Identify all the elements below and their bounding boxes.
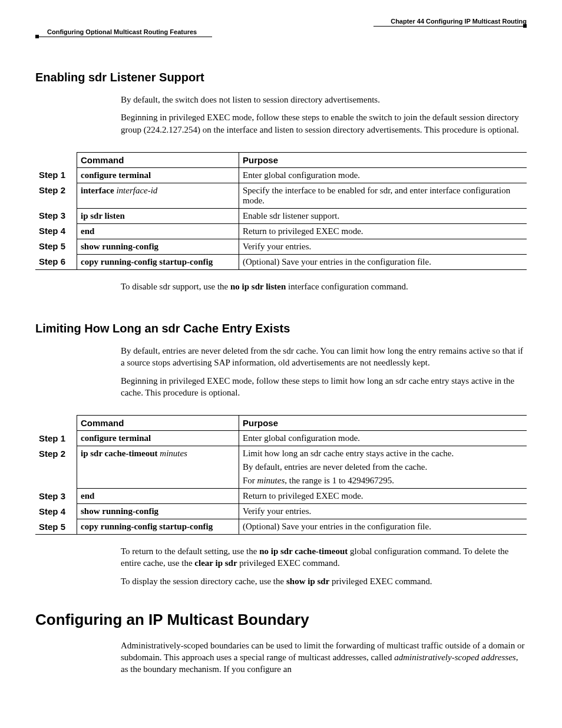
header-subsection: Configuring Optional Multicast Routing F… — [47, 28, 197, 35]
command-table-1: Command Purpose Step 1 configure termina… — [35, 152, 527, 270]
table-row: Step 5 show running-config Verify your e… — [35, 239, 527, 254]
step-label: Step 1 — [35, 167, 77, 183]
table-row: Step 2 ip sdr cache-timeout minutes Limi… — [35, 446, 527, 489]
command-text: ip sdr cache-timeout — [81, 449, 160, 458]
table-row: Step 2 interface interface-id Specify th… — [35, 183, 527, 208]
table-row: Step 1 configure terminal Enter global c… — [35, 167, 527, 183]
heading-limiting-sdr-cache: Limiting How Long an sdr Cache Entry Exi… — [35, 322, 527, 335]
table-header-row: Command Purpose — [35, 152, 527, 167]
table-row: Step 1 configure terminal Enter global c… — [35, 431, 527, 446]
command-text: end — [81, 491, 94, 500]
purpose-text: (Optional) Save your entries in the conf… — [239, 519, 527, 535]
command-text: interface — [81, 186, 116, 195]
page-header: Chapter 44 Configuring IP Multicast Rout… — [35, 18, 527, 41]
step-label: Step 3 — [35, 489, 77, 504]
step-label: Step 2 — [35, 446, 77, 489]
column-header: Command — [77, 416, 239, 431]
command-text: ip sdr listen — [81, 211, 125, 220]
purpose-text: Return to privileged EXEC mode. — [239, 489, 527, 504]
command-text: show running-config — [81, 242, 158, 251]
heading-configuring-boundary: Configuring an IP Multicast Boundary — [35, 611, 527, 629]
command-arg: minutes — [160, 449, 187, 458]
table-row: Step 3 ip sdr listen Enable sdr listener… — [35, 208, 527, 223]
body-text: To display the session directory cache, … — [121, 575, 527, 587]
step-label: Step 5 — [35, 519, 77, 535]
table-row: Step 6 copy running-config startup-confi… — [35, 254, 527, 269]
step-label: Step 2 — [35, 183, 77, 208]
purpose-text: Verify your entries. — [239, 239, 527, 254]
purpose-text: Enter global configuration mode. — [239, 167, 527, 183]
command-text: show running-config — [81, 506, 158, 516]
step-label: Step 5 — [35, 239, 77, 254]
body-text: To return to the default setting, use th… — [121, 545, 527, 569]
body-text: To disable sdr support, use the no ip sd… — [121, 281, 527, 292]
body-text: Administratively-scoped boundaries can b… — [121, 640, 527, 676]
column-header: Purpose — [239, 152, 527, 167]
table-header-row: Command Purpose — [35, 416, 527, 431]
step-label: Step 3 — [35, 208, 77, 223]
body-text: By default, the switch does not listen t… — [121, 94, 527, 106]
command-arg: interface-id — [116, 186, 157, 195]
step-label: Step 1 — [35, 431, 77, 446]
purpose-text: Return to privileged EXEC mode. — [239, 223, 527, 239]
command-text: copy running-config startup-config — [81, 257, 213, 266]
step-label: Step 6 — [35, 254, 77, 269]
command-text: configure terminal — [81, 433, 151, 443]
purpose-text: Specify the interface to be enabled for … — [239, 183, 527, 208]
command-text: copy running-config startup-config — [81, 522, 213, 531]
purpose-text: Enter global configuration mode. — [239, 431, 527, 446]
body-text: By default, entries are never deleted fr… — [121, 345, 527, 369]
command-text: configure terminal — [81, 170, 151, 180]
column-header: Purpose — [239, 416, 527, 431]
purpose-text: (Optional) Save your entries in the conf… — [239, 254, 527, 269]
table-row: Step 4 end Return to privileged EXEC mod… — [35, 223, 527, 239]
column-header: Command — [77, 152, 239, 167]
command-text: end — [81, 226, 94, 236]
step-label: Step 4 — [35, 504, 77, 519]
heading-enabling-sdr: Enabling sdr Listener Support — [35, 71, 527, 84]
table-row: Step 4 show running-config Verify your e… — [35, 504, 527, 519]
body-text: Beginning in privileged EXEC mode, follo… — [121, 375, 527, 399]
step-label: Step 4 — [35, 223, 77, 239]
command-table-2: Command Purpose Step 1 configure termina… — [35, 415, 527, 535]
purpose-text: Limit how long an sdr cache entry stays … — [239, 446, 527, 489]
table-row: Step 3 end Return to privileged EXEC mod… — [35, 489, 527, 504]
body-text: Beginning in privileged EXEC mode, follo… — [121, 111, 527, 136]
header-chapter: Chapter 44 Configuring IP Multicast Rout… — [391, 18, 527, 25]
purpose-text: Verify your entries. — [239, 504, 527, 519]
purpose-text: Enable sdr listener support. — [239, 208, 527, 223]
table-row: Step 5 copy running-config startup-confi… — [35, 519, 527, 535]
